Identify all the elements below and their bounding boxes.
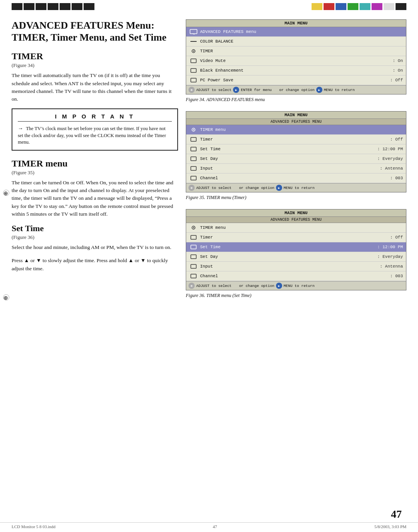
fig36-subheader: ADVANCED FEATURES MENU (186, 217, 406, 223)
fig35-row-0: TIMER menu (186, 125, 406, 135)
margin-icon: ⊕ (3, 190, 9, 196)
rect-icon (189, 244, 198, 250)
fig36-header: MAIN MENU (186, 209, 406, 217)
fig36-row-5-value: : 003 (390, 274, 403, 278)
fig35-ctrl: ⊕ ADJUST to select or change option ▶ ME… (186, 183, 406, 192)
fig35-row-0-label: TIMER menu (200, 127, 403, 132)
fig36-row-1-label: Timer (200, 235, 388, 240)
gear-icon (189, 127, 198, 133)
fig34-ctrl-text1: ADJUST to select (196, 88, 231, 92)
rect-icon (189, 165, 198, 172)
svg-rect-0 (190, 29, 197, 34)
top-bar-right (312, 3, 406, 10)
svg-rect-14 (191, 176, 196, 180)
fig36-caption: Figure 36. TIMER menu (Set Time) (186, 293, 406, 299)
svg-rect-12 (191, 157, 196, 161)
important-box: I M P O R T A N T → The TV’s clock must … (12, 108, 178, 151)
bar-segment (24, 3, 34, 10)
fig34-row-5-value: : Off (390, 78, 403, 82)
svg-rect-6 (191, 69, 196, 72)
rect-icon (189, 263, 198, 269)
fig34-row-0-label: ADVANCED FEATURES menu (200, 29, 403, 34)
rect-icon (189, 146, 198, 152)
bar-segment (348, 3, 358, 10)
figure-35-screen: MAIN MENU ADVANCED FEATURES MENU TIMER m… (186, 111, 406, 192)
right-column: MAIN MENU ADVANCED FEATURES menu COLOR B… (186, 15, 406, 520)
menu-icon: ▶ (276, 185, 282, 191)
margin-icon: ⊕ (3, 294, 9, 300)
fig36-row-3-value: : Everyday (377, 254, 403, 259)
bar-segment (336, 3, 346, 10)
svg-rect-20 (191, 264, 196, 268)
fig36-ctrl-text1: ADJUST to select (196, 284, 231, 288)
fig34-row-4-label: Black Enhancement (200, 68, 391, 73)
rect-icon (189, 156, 198, 162)
bar-segment (60, 3, 70, 10)
fig35-ctrl-text3: MENU to return (284, 186, 315, 190)
bar-segment (372, 3, 382, 10)
bar-segment (324, 3, 334, 10)
fig34-caption: Figure 34. ADVANCED FEATURES menu (186, 97, 406, 103)
left-column: ADVANCED FEATURES Menu: TIMER, Timer Men… (12, 15, 178, 520)
set-time-heading: Set Time (12, 223, 178, 233)
rect-icon (189, 273, 198, 279)
bar-segment (312, 3, 322, 10)
rect-icon (189, 175, 198, 181)
svg-rect-21 (191, 274, 196, 278)
fig36-row-3-label: Set Day (200, 254, 375, 259)
gear-icon (189, 48, 198, 54)
fig36-row-0-label: TIMER menu (200, 225, 403, 230)
fig35-caption: Figure 35. TIMER menu (Timer) (186, 195, 406, 201)
menu-icon: ▶ (316, 87, 322, 93)
fig34-row-5-label: PC Power Save (200, 78, 388, 82)
fig34-row-3-label: Video Mute (200, 58, 391, 63)
fig34-ctrl-text3: or change option (279, 88, 314, 92)
fig35-header: MAIN MENU (186, 112, 406, 119)
important-title: I M P O R T A N T (18, 113, 172, 122)
fig35-row-3-label: Set Day (200, 156, 375, 161)
svg-rect-7 (191, 78, 196, 82)
svg-rect-11 (191, 147, 196, 151)
fig34-row-1-label: COLOR BALANCE (200, 39, 403, 44)
svg-rect-10 (191, 137, 196, 141)
svg-rect-19 (191, 255, 196, 259)
set-time-body1: Select the hour and minute, including AM… (12, 244, 178, 251)
set-time-figure-ref: (Figure 36) (12, 234, 178, 240)
rect-icon (189, 58, 198, 64)
fig34-ctrl-text2: ENTER for menu (241, 88, 272, 92)
fig36-row-0: TIMER menu (186, 223, 406, 233)
adjust-icon: ⊕ (188, 185, 195, 191)
fig35-row-4-value: : Antenna (380, 166, 403, 171)
menu-icon: ▶ (276, 283, 282, 289)
tv-icon (189, 29, 198, 35)
timer-menu-figure-ref: (Figure 35) (12, 170, 178, 176)
fig35-row-3: Set Day : Everyday (186, 154, 406, 164)
main-content: ADVANCED FEATURES Menu: TIMER, Timer Men… (12, 15, 406, 520)
bar-segment (48, 3, 58, 10)
rect-icon (189, 254, 198, 260)
fig36-row-3: Set Day : Everyday (186, 252, 406, 262)
fig34-row-5: PC Power Save : Off (186, 76, 406, 85)
fig36-row-4: Input : Antenna (186, 262, 406, 271)
fig35-row-3-value: : Everyday (377, 156, 403, 161)
gear-icon (189, 225, 198, 231)
timer-menu-heading: TIMER menu (12, 158, 178, 169)
fig36-row-4-value: : Antenna (380, 264, 403, 269)
bar-segment (360, 3, 370, 10)
fig35-subheader: ADVANCED FEATURES MENU (186, 119, 406, 125)
fig34-row-1: COLOR BALANCE (186, 37, 406, 46)
bar-segment (72, 3, 82, 10)
fig34-ctrl: ⊕ ADJUST to select ▶ ENTER for menu or c… (186, 85, 406, 94)
svg-rect-17 (191, 235, 196, 239)
fig34-row-0: ADVANCED FEATURES menu (186, 27, 406, 37)
timer-figure-ref: (Figure 34) (12, 62, 178, 69)
rect-icon (189, 234, 198, 240)
bar-segment (84, 3, 94, 10)
footer-center: 47 (213, 524, 217, 529)
fig34-row-4: Black Enhancement : On (186, 66, 406, 76)
fig35-row-1: Timer : Off (186, 135, 406, 144)
fig34-row-2-label: TIMER (200, 49, 403, 53)
fig36-ctrl: ⊕ ADJUST to select or change option ▶ ME… (186, 281, 406, 290)
adjust-icon: ⊕ (188, 87, 195, 93)
fig36-row-2-label: Set Time (200, 245, 375, 249)
